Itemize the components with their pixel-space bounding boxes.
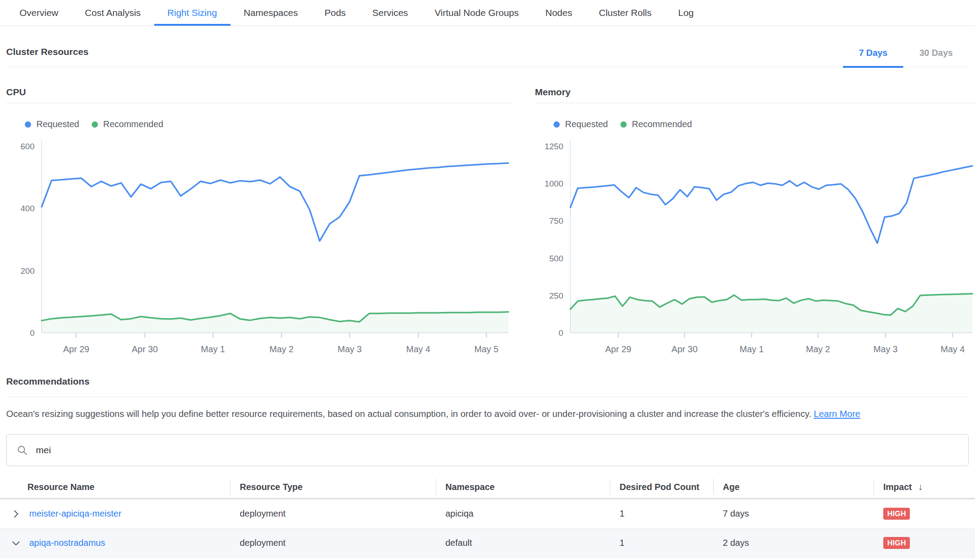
memory-chart-title: Memory	[535, 87, 975, 103]
tab-label: Overview	[20, 8, 58, 18]
requested-legend-label: Requested	[36, 119, 79, 129]
svg-text:400: 400	[20, 204, 35, 213]
chevron-right-icon[interactable]	[12, 509, 20, 518]
svg-text:May 3: May 3	[338, 344, 362, 354]
recommendations-header: Recommendations	[6, 376, 969, 397]
range-30-days-tab[interactable]: 30 Days	[903, 48, 969, 67]
svg-text:Apr 30: Apr 30	[671, 344, 698, 354]
tab-cost-analysis[interactable]: Cost Analysis	[72, 0, 154, 26]
recommendations-title: Recommendations	[6, 376, 969, 397]
tab-right-sizing[interactable]: Right Sizing	[154, 0, 230, 26]
top-tab-bar: OverviewCost AnalysisRight SizingNamespa…	[0, 0, 975, 26]
recommendations-table: Resource Name Resource Type Namespace De…	[0, 476, 975, 558]
namespace-cell: default	[436, 538, 610, 548]
requested-legend-label: Requested	[565, 119, 608, 129]
svg-text:May 4: May 4	[406, 344, 430, 354]
requested-legend-dot-icon	[554, 121, 560, 128]
memory-chart-panel: Memory Requested Recommended 02505007501…	[535, 87, 975, 354]
tab-cluster-rolls[interactable]: Cluster Rolls	[585, 0, 665, 26]
cpu-chart-title: CPU	[6, 87, 511, 103]
memory-chart-svg: 025050075010001250Apr 29Apr 30May 1May 2…	[535, 130, 975, 354]
column-header-resource-type[interactable]: Resource Type	[230, 476, 436, 498]
cpu-chart-panel: CPU Requested Recommended 0200400600Apr …	[6, 87, 511, 354]
svg-text:May 5: May 5	[474, 344, 498, 354]
resource-type-cell: deployment	[230, 509, 436, 519]
svg-text:Apr 30: Apr 30	[132, 344, 158, 354]
recommended-legend-label: Recommended	[103, 119, 164, 129]
svg-text:May 4: May 4	[940, 344, 964, 354]
svg-text:750: 750	[549, 216, 563, 226]
tab-label: Virtual Node Groups	[435, 8, 519, 18]
tab-label: Services	[372, 8, 408, 18]
resource-name-link[interactable]: apiqa-nostradamus	[29, 538, 105, 548]
impact-badge: HIGH	[883, 537, 910, 549]
svg-text:May 2: May 2	[269, 344, 293, 354]
cpu-chart-svg: 0200400600Apr 29Apr 30May 1May 2May 3May…	[6, 130, 511, 354]
svg-text:500: 500	[549, 254, 563, 263]
section-title: Cluster Resources	[6, 47, 89, 67]
charts-row: CPU Requested Recommended 0200400600Apr …	[0, 87, 975, 354]
resource-type-cell: deployment	[230, 538, 436, 548]
namespace-cell: apiciqa	[436, 509, 610, 519]
cluster-resources-header: Cluster Resources 7 Days 30 Days	[6, 47, 969, 67]
tab-label: Cost Analysis	[85, 8, 141, 18]
requested-legend-dot-icon	[25, 121, 31, 128]
memory-chart-legend: Requested Recommended	[554, 119, 975, 129]
tab-label: Log	[678, 8, 694, 18]
learn-more-link[interactable]: Learn More	[814, 408, 860, 419]
age-cell: 7 days	[713, 509, 874, 519]
column-header-age[interactable]: Age	[713, 476, 874, 498]
svg-text:Apr 29: Apr 29	[605, 344, 631, 354]
search-box[interactable]	[6, 434, 969, 466]
table-header-row: Resource Name Resource Type Namespace De…	[0, 476, 975, 499]
recommended-legend-label: Recommended	[632, 119, 692, 129]
search-icon	[16, 444, 28, 456]
impact-cell: HIGH	[874, 508, 975, 520]
pod-count-cell: 1	[610, 509, 713, 519]
tab-virtual-node-groups[interactable]: Virtual Node Groups	[421, 0, 532, 26]
svg-text:1000: 1000	[545, 179, 563, 188]
svg-text:Apr 29: Apr 29	[63, 344, 89, 354]
tab-nodes[interactable]: Nodes	[532, 0, 586, 26]
cpu-chart-legend: Requested Recommended	[25, 119, 511, 129]
table-row[interactable]: meister-apiciqa-meisterdeploymentapiciqa…	[0, 499, 975, 529]
recommendations-description: Ocean's resizing suggestions will help y…	[6, 408, 969, 419]
tab-label: Cluster Rolls	[599, 8, 651, 18]
tab-label: Right Sizing	[168, 8, 217, 18]
tab-log[interactable]: Log	[665, 0, 707, 26]
table-body: meister-apiciqa-meisterdeploymentapiciqa…	[0, 499, 975, 558]
memory-line-chart: 025050075010001250Apr 29Apr 30May 1May 2…	[535, 130, 975, 354]
column-header-impact[interactable]: Impact↓	[874, 476, 975, 498]
svg-text:May 3: May 3	[874, 344, 897, 354]
search-input[interactable]	[35, 444, 959, 456]
table-row[interactable]: apiqa-nostradamusdeploymentdefault12 day…	[0, 529, 975, 558]
recommended-legend-dot-icon	[620, 121, 627, 128]
sort-desc-arrow-icon[interactable]: ↓	[918, 482, 923, 492]
age-cell: 2 days	[713, 538, 874, 548]
tab-label: Nodes	[546, 8, 573, 18]
svg-text:May 1: May 1	[201, 344, 225, 354]
column-header-resource-name[interactable]: Resource Name	[0, 476, 230, 498]
resource-name-cell: apiqa-nostradamus	[0, 538, 230, 548]
cpu-line-chart: 0200400600Apr 29Apr 30May 1May 2May 3May…	[6, 130, 511, 354]
resource-name-link[interactable]: meister-apiciqa-meister	[29, 509, 121, 519]
tab-services[interactable]: Services	[359, 0, 421, 26]
chevron-down-icon[interactable]	[12, 539, 20, 548]
svg-text:0: 0	[30, 328, 35, 338]
svg-text:May 2: May 2	[806, 344, 830, 354]
resource-name-cell: meister-apiciqa-meister	[0, 509, 230, 519]
tab-namespaces[interactable]: Namespaces	[230, 0, 312, 26]
svg-text:May 1: May 1	[740, 344, 764, 354]
tab-pods[interactable]: Pods	[311, 0, 359, 26]
svg-text:250: 250	[549, 291, 563, 300]
pod-count-cell: 1	[610, 538, 713, 548]
impact-badge: HIGH	[883, 508, 910, 520]
svg-text:0: 0	[558, 328, 563, 338]
column-header-desired-pod-count[interactable]: Desired Pod Count	[610, 476, 713, 498]
svg-text:600: 600	[20, 142, 35, 151]
description-text: Ocean's resizing suggestions will help y…	[6, 408, 811, 419]
tab-overview[interactable]: Overview	[6, 0, 72, 26]
range-7-days-tab[interactable]: 7 Days	[843, 48, 904, 67]
tab-label: Namespaces	[244, 8, 298, 18]
column-header-namespace[interactable]: Namespace	[436, 476, 610, 498]
